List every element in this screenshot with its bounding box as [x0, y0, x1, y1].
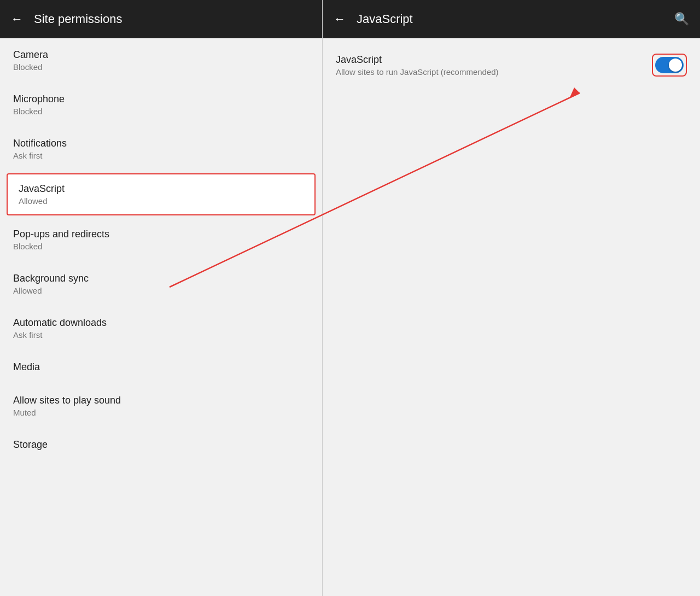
- toggle-knob: [669, 59, 682, 72]
- left-panel: ← Site permissions CameraBlockedMicropho…: [0, 0, 323, 596]
- right-content: JavaScript Allow sites to run JavaScript…: [323, 38, 700, 596]
- javascript-toggle-container: [652, 54, 687, 77]
- permission-title-media: Media: [13, 361, 309, 373]
- permission-item-sound[interactable]: Allow sites to play soundMuted: [0, 384, 322, 428]
- right-header-left: ← JavaScript: [334, 12, 413, 26]
- permission-subtitle-background-sync: Allowed: [13, 286, 309, 295]
- permission-title-javascript: JavaScript: [19, 183, 304, 195]
- permission-item-auto-downloads[interactable]: Automatic downloadsAsk first: [0, 306, 322, 350]
- permissions-list: CameraBlockedMicrophoneBlockedNotificati…: [0, 38, 322, 596]
- permission-title-camera: Camera: [13, 49, 309, 61]
- javascript-setting-title: JavaScript: [336, 54, 499, 66]
- permission-item-popups[interactable]: Pop-ups and redirectsBlocked: [0, 218, 322, 262]
- right-header: ← JavaScript 🔍: [323, 0, 700, 38]
- permission-item-microphone[interactable]: MicrophoneBlocked: [0, 83, 322, 127]
- permission-item-media[interactable]: Media: [0, 350, 322, 384]
- permission-item-camera[interactable]: CameraBlocked: [0, 38, 322, 83]
- right-back-button[interactable]: ←: [334, 12, 346, 26]
- permission-subtitle-microphone: Blocked: [13, 107, 309, 116]
- permission-item-notifications[interactable]: NotificationsAsk first: [0, 127, 322, 171]
- javascript-setting-text: JavaScript Allow sites to run JavaScript…: [336, 54, 499, 77]
- left-header-title: Site permissions: [34, 12, 122, 26]
- permission-title-sound: Allow sites to play sound: [13, 395, 309, 406]
- permission-title-microphone: Microphone: [13, 94, 309, 105]
- permission-subtitle-auto-downloads: Ask first: [13, 330, 309, 340]
- left-back-button[interactable]: ←: [11, 12, 23, 26]
- permission-subtitle-camera: Blocked: [13, 62, 309, 72]
- permission-item-javascript[interactable]: JavaScriptAllowed: [7, 173, 316, 215]
- search-icon[interactable]: 🔍: [674, 12, 689, 26]
- right-panel: ← JavaScript 🔍 JavaScript Allow sites to…: [323, 0, 700, 596]
- permission-title-popups: Pop-ups and redirects: [13, 229, 309, 240]
- permission-title-notifications: Notifications: [13, 138, 309, 149]
- javascript-setting-subtitle: Allow sites to run JavaScript (recommend…: [336, 67, 499, 77]
- permission-title-auto-downloads: Automatic downloads: [13, 317, 309, 329]
- permission-item-background-sync[interactable]: Background syncAllowed: [0, 262, 322, 306]
- right-header-title: JavaScript: [357, 12, 413, 26]
- permission-subtitle-notifications: Ask first: [13, 151, 309, 160]
- permission-subtitle-popups: Blocked: [13, 242, 309, 251]
- permission-title-background-sync: Background sync: [13, 273, 309, 284]
- permission-subtitle-javascript: Allowed: [19, 196, 304, 206]
- javascript-toggle[interactable]: [655, 57, 684, 73]
- left-header: ← Site permissions: [0, 0, 322, 38]
- javascript-setting-row: JavaScript Allow sites to run JavaScript…: [336, 54, 687, 77]
- permission-subtitle-sound: Muted: [13, 408, 309, 417]
- permission-title-storage: Storage: [13, 439, 309, 451]
- permission-item-storage[interactable]: Storage: [0, 428, 322, 461]
- svg-marker-1: [570, 87, 580, 97]
